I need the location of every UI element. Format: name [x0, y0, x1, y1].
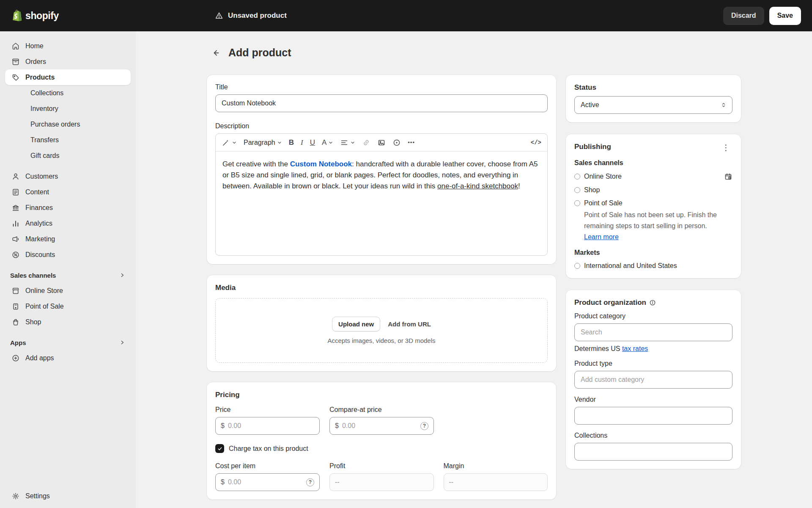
publishing-title: Publishing — [574, 143, 611, 151]
description-text: Get creative with the — [222, 160, 290, 168]
sidebar-item-finances[interactable]: Finances — [5, 200, 131, 215]
select-chevrons-icon — [720, 102, 727, 108]
sidebar-item-discounts[interactable]: Discounts — [5, 247, 131, 262]
point-of-sale-icon — [10, 302, 21, 311]
media-hint: Accepts images, videos, or 3D models — [327, 337, 435, 344]
media-dropzone[interactable]: Upload new Add from URL Accepts images, … — [215, 298, 548, 363]
shopify-bag-icon — [11, 9, 22, 22]
profit-label: Profit — [329, 462, 434, 470]
details-card: Title Description Paragraph — [207, 75, 556, 264]
sidebar-item-gift-cards[interactable]: Gift cards — [5, 148, 131, 163]
market-row: International and United States — [574, 262, 732, 270]
margin-input — [449, 478, 543, 486]
sidebar-item-label: Add apps — [25, 354, 54, 362]
unsaved-label: Unsaved product — [228, 11, 287, 20]
add-from-url-button[interactable]: Add from URL — [388, 320, 431, 328]
sidebar-item-label: Products — [25, 74, 55, 81]
bold-button[interactable]: B — [289, 138, 294, 147]
chevron-down-icon — [328, 140, 333, 145]
underline-button[interactable]: U — [310, 138, 315, 147]
margin-field — [444, 473, 548, 491]
insert-image-button[interactable] — [377, 138, 386, 147]
cost-per-item-input[interactable] — [228, 478, 303, 486]
collections-input[interactable] — [574, 443, 732, 461]
profit-field — [329, 473, 434, 491]
shop-icon — [10, 318, 21, 326]
publishing-menu-button[interactable]: ⋮ — [719, 143, 732, 152]
save-button[interactable]: Save — [769, 7, 801, 25]
description-link[interactable]: one-of-a-kind sketchbook — [437, 182, 518, 190]
more-formatting-button[interactable]: ••• — [408, 139, 415, 146]
brand-wordmark: shopify — [25, 10, 59, 22]
cost-per-item-field: $ ? — [215, 473, 320, 491]
shopify-logo[interactable]: shopify — [11, 9, 59, 22]
channel-label: Online Store — [584, 173, 622, 180]
sidebar-item-collections[interactable]: Collections — [5, 85, 131, 101]
sidebar-item-label: Analytics — [25, 220, 52, 227]
sidebar-item-online-store[interactable]: Online Store — [5, 283, 131, 298]
vendor-input[interactable] — [574, 407, 732, 425]
sidebar-item-marketing[interactable]: Marketing — [5, 231, 131, 247]
sidebar: Home Orders Products Collections Invento… — [0, 31, 136, 508]
text-color-button[interactable]: A — [322, 138, 333, 147]
show-html-button[interactable]: </> — [531, 139, 541, 146]
tax-rates-link[interactable]: tax rates — [622, 345, 648, 352]
description-paragraph: Get creative with the Custom Notebook: h… — [222, 159, 540, 192]
sidebar-item-add-apps[interactable]: Add apps — [5, 350, 131, 366]
product-organization-title: Product organization — [574, 298, 656, 307]
unsaved-indicator: Unsaved product — [215, 11, 287, 20]
learn-more-link[interactable]: Learn more — [574, 233, 619, 241]
sidebar-item-orders[interactable]: Orders — [5, 54, 131, 69]
italic-button[interactable]: I — [301, 138, 303, 147]
product-type-input[interactable] — [574, 371, 732, 389]
sidebar-item-transfers[interactable]: Transfers — [5, 132, 131, 148]
schedule-calendar-icon[interactable] — [724, 172, 732, 181]
topbar: shopify Unsaved product Discard Save — [0, 0, 812, 31]
sidebar-item-analytics[interactable]: Analytics — [5, 215, 131, 231]
discard-button[interactable]: Discard — [723, 7, 764, 25]
sales-channels-header[interactable]: Sales channels — [5, 268, 131, 283]
title-input[interactable] — [215, 94, 548, 112]
help-icon[interactable]: ? — [306, 478, 314, 486]
sidebar-item-customers[interactable]: Customers — [5, 168, 131, 184]
alignment-button[interactable] — [340, 138, 355, 147]
main-content: Add product Title Description — [136, 31, 812, 508]
channel-status-circle-icon — [574, 187, 580, 193]
price-input[interactable] — [228, 422, 314, 430]
product-organization-card: Product organization Product category De… — [566, 290, 741, 469]
charge-tax-checkbox[interactable] — [215, 444, 224, 453]
magic-wand-button[interactable] — [222, 138, 237, 147]
price-label: Price — [215, 406, 320, 414]
apps-header[interactable]: Apps — [5, 335, 131, 350]
sidebar-item-products[interactable]: Products — [5, 69, 131, 85]
sidebar-item-inventory[interactable]: Inventory — [5, 101, 131, 116]
status-select[interactable]: Active — [574, 96, 732, 114]
link-button[interactable] — [362, 138, 370, 147]
channel-row-shop: Shop — [574, 186, 732, 194]
upload-new-button[interactable]: Upload new — [332, 317, 380, 331]
sidebar-item-label: Discounts — [25, 251, 55, 259]
sidebar-item-purchase-orders[interactable]: Purchase orders — [5, 116, 131, 132]
back-button[interactable] — [210, 47, 222, 59]
add-apps-icon — [10, 354, 21, 362]
sidebar-item-content[interactable]: Content — [5, 184, 131, 200]
product-type-label: Product type — [574, 360, 732, 367]
product-category-input[interactable] — [574, 323, 732, 341]
section-header-label: Apps — [10, 339, 26, 346]
description-highlight: Custom Notebook — [290, 160, 352, 168]
orders-icon — [10, 58, 21, 66]
sidebar-item-point-of-sale[interactable]: Point of Sale — [5, 298, 131, 314]
insert-video-button[interactable] — [392, 138, 401, 147]
sidebar-item-settings[interactable]: Settings — [5, 488, 131, 504]
compare-at-price-input[interactable] — [342, 422, 417, 430]
sidebar-item-label: Point of Sale — [25, 303, 64, 310]
sidebar-item-home[interactable]: Home — [5, 38, 131, 54]
paragraph-style-dropdown[interactable]: Paragraph — [244, 139, 282, 146]
description-editor[interactable]: Get creative with the Custom Notebook: h… — [216, 152, 547, 255]
discounts-icon — [10, 251, 21, 259]
sidebar-item-shop[interactable]: Shop — [5, 314, 131, 330]
help-icon[interactable]: ? — [420, 422, 428, 430]
analytics-icon — [10, 219, 21, 228]
pos-setup-note: Point of Sale has not been set up. Finis… — [574, 210, 732, 232]
info-icon[interactable] — [649, 299, 656, 306]
